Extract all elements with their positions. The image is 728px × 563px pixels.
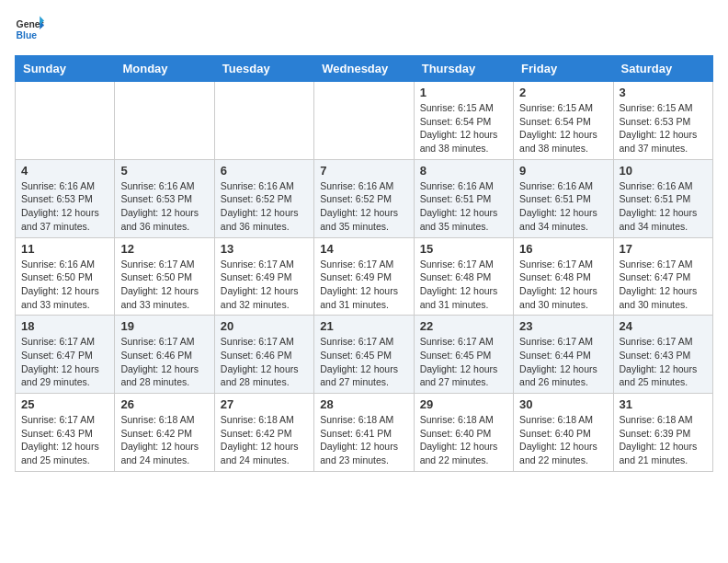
day-info: Sunrise: 6:17 AMSunset: 6:48 PMDaylight:… [420,258,507,312]
day-number: 26 [120,397,208,411]
day-info: Sunrise: 6:17 AMSunset: 6:49 PMDaylight:… [320,258,407,312]
day-number: 1 [420,86,507,99]
calendar-table: SundayMondayTuesdayWednesdayThursdayFrid… [15,55,713,472]
day-info: Sunrise: 6:17 AMSunset: 6:46 PMDaylight:… [221,335,308,389]
weekday-header: Friday [514,56,613,82]
calendar-week-row: 4Sunrise: 6:16 AMSunset: 6:53 PMDaylight… [16,159,713,237]
calendar-cell: 2Sunrise: 6:15 AMSunset: 6:54 PMDaylight… [514,82,613,160]
calendar-cell: 16Sunrise: 6:17 AMSunset: 6:48 PMDayligh… [514,237,613,316]
calendar-cell: 12Sunrise: 6:17 AMSunset: 6:50 PMDayligh… [115,237,214,316]
day-info: Sunrise: 6:18 AMSunset: 6:42 PMDaylight:… [221,413,308,467]
day-info: Sunrise: 6:15 AMSunset: 6:54 PMDaylight:… [519,101,607,155]
day-info: Sunrise: 6:17 AMSunset: 6:48 PMDaylight:… [519,258,607,312]
day-number: 12 [120,242,208,256]
day-number: 2 [519,86,607,99]
day-info: Sunrise: 6:16 AMSunset: 6:51 PMDaylight:… [620,179,707,234]
calendar-cell: 22Sunrise: 6:17 AMSunset: 6:45 PMDayligh… [414,316,513,394]
day-number: 24 [620,319,707,333]
calendar-cell: 25Sunrise: 6:17 AMSunset: 6:43 PMDayligh… [16,394,115,472]
calendar-cell: 4Sunrise: 6:16 AMSunset: 6:53 PMDaylight… [16,159,115,237]
calendar-cell: 15Sunrise: 6:17 AMSunset: 6:48 PMDayligh… [414,237,513,316]
day-number: 29 [420,397,507,411]
day-info: Sunrise: 6:16 AMSunset: 6:53 PMDaylight:… [21,179,108,234]
day-number: 25 [21,397,108,411]
day-number: 6 [221,164,308,178]
day-info: Sunrise: 6:17 AMSunset: 6:47 PMDaylight:… [620,258,707,312]
day-number: 8 [420,164,507,178]
weekday-header: Tuesday [214,56,313,82]
calendar-cell: 24Sunrise: 6:17 AMSunset: 6:43 PMDayligh… [613,316,712,394]
day-info: Sunrise: 6:18 AMSunset: 6:41 PMDaylight:… [320,413,407,467]
calendar-cell: 1Sunrise: 6:15 AMSunset: 6:54 PMDaylight… [414,82,513,160]
weekday-header: Wednesday [314,56,414,82]
calendar-cell: 27Sunrise: 6:18 AMSunset: 6:42 PMDayligh… [214,394,313,472]
calendar-cell: 10Sunrise: 6:16 AMSunset: 6:51 PMDayligh… [613,159,712,237]
calendar-cell: 20Sunrise: 6:17 AMSunset: 6:46 PMDayligh… [214,316,313,394]
calendar-cell: 31Sunrise: 6:18 AMSunset: 6:39 PMDayligh… [613,394,712,472]
day-number: 18 [21,319,108,333]
calendar-cell: 30Sunrise: 6:18 AMSunset: 6:40 PMDayligh… [514,394,613,472]
day-info: Sunrise: 6:16 AMSunset: 6:53 PMDaylight:… [120,179,208,234]
calendar-cell: 3Sunrise: 6:15 AMSunset: 6:53 PMDaylight… [613,82,712,160]
day-info: Sunrise: 6:16 AMSunset: 6:50 PMDaylight:… [21,258,108,312]
calendar-cell: 9Sunrise: 6:16 AMSunset: 6:51 PMDaylight… [514,159,613,237]
day-info: Sunrise: 6:17 AMSunset: 6:43 PMDaylight:… [620,335,707,389]
day-number: 11 [21,242,108,256]
calendar-cell: 6Sunrise: 6:16 AMSunset: 6:52 PMDaylight… [214,159,313,237]
day-number: 9 [519,164,607,178]
weekday-header: Sunday [16,56,115,82]
header: General Blue [15,15,713,44]
day-number: 23 [519,319,607,333]
day-info: Sunrise: 6:16 AMSunset: 6:52 PMDaylight:… [221,179,308,234]
calendar-cell: 17Sunrise: 6:17 AMSunset: 6:47 PMDayligh… [613,237,712,316]
day-number: 30 [519,397,607,411]
day-info: Sunrise: 6:18 AMSunset: 6:42 PMDaylight:… [120,413,208,467]
day-info: Sunrise: 6:17 AMSunset: 6:49 PMDaylight:… [221,258,308,312]
day-number: 20 [221,319,308,333]
day-number: 16 [519,242,607,256]
calendar-week-row: 25Sunrise: 6:17 AMSunset: 6:43 PMDayligh… [16,394,713,472]
day-number: 21 [320,319,407,333]
calendar-week-row: 11Sunrise: 6:16 AMSunset: 6:50 PMDayligh… [16,237,713,316]
calendar-cell [16,82,115,160]
day-info: Sunrise: 6:16 AMSunset: 6:52 PMDaylight:… [320,179,407,234]
calendar-cell: 26Sunrise: 6:18 AMSunset: 6:42 PMDayligh… [115,394,214,472]
calendar-week-row: 1Sunrise: 6:15 AMSunset: 6:54 PMDaylight… [16,82,713,160]
logo-icon: General Blue [15,15,44,44]
calendar-cell: 11Sunrise: 6:16 AMSunset: 6:50 PMDayligh… [16,237,115,316]
weekday-header: Thursday [414,56,513,82]
day-number: 15 [420,242,507,256]
weekday-header: Saturday [613,56,712,82]
day-info: Sunrise: 6:17 AMSunset: 6:46 PMDaylight:… [120,335,208,389]
day-number: 4 [21,164,108,178]
day-info: Sunrise: 6:17 AMSunset: 6:50 PMDaylight:… [120,258,208,312]
day-number: 14 [320,242,407,256]
day-info: Sunrise: 6:18 AMSunset: 6:40 PMDaylight:… [420,413,507,467]
day-info: Sunrise: 6:15 AMSunset: 6:54 PMDaylight:… [420,101,507,155]
day-number: 31 [620,397,707,411]
calendar-cell: 5Sunrise: 6:16 AMSunset: 6:53 PMDaylight… [115,159,214,237]
calendar-cell [314,82,414,160]
calendar-week-row: 18Sunrise: 6:17 AMSunset: 6:47 PMDayligh… [16,316,713,394]
day-number: 17 [620,242,707,256]
weekday-header: Monday [115,56,214,82]
calendar-cell: 28Sunrise: 6:18 AMSunset: 6:41 PMDayligh… [314,394,414,472]
day-number: 7 [320,164,407,178]
day-number: 10 [620,164,707,178]
day-info: Sunrise: 6:16 AMSunset: 6:51 PMDaylight:… [519,179,607,234]
day-info: Sunrise: 6:15 AMSunset: 6:53 PMDaylight:… [620,101,707,155]
calendar-cell: 19Sunrise: 6:17 AMSunset: 6:46 PMDayligh… [115,316,214,394]
day-info: Sunrise: 6:17 AMSunset: 6:47 PMDaylight:… [21,335,108,389]
logo: General Blue [15,15,44,44]
calendar-cell: 14Sunrise: 6:17 AMSunset: 6:49 PMDayligh… [314,237,414,316]
day-info: Sunrise: 6:16 AMSunset: 6:51 PMDaylight:… [420,179,507,234]
calendar-cell: 13Sunrise: 6:17 AMSunset: 6:49 PMDayligh… [214,237,313,316]
day-number: 27 [221,397,308,411]
day-info: Sunrise: 6:18 AMSunset: 6:39 PMDaylight:… [620,413,707,467]
svg-text:Blue: Blue [17,30,38,40]
day-info: Sunrise: 6:17 AMSunset: 6:44 PMDaylight:… [519,335,607,389]
day-number: 3 [620,86,707,99]
day-info: Sunrise: 6:17 AMSunset: 6:45 PMDaylight:… [420,335,507,389]
calendar-cell: 7Sunrise: 6:16 AMSunset: 6:52 PMDaylight… [314,159,414,237]
calendar-cell: 29Sunrise: 6:18 AMSunset: 6:40 PMDayligh… [414,394,513,472]
